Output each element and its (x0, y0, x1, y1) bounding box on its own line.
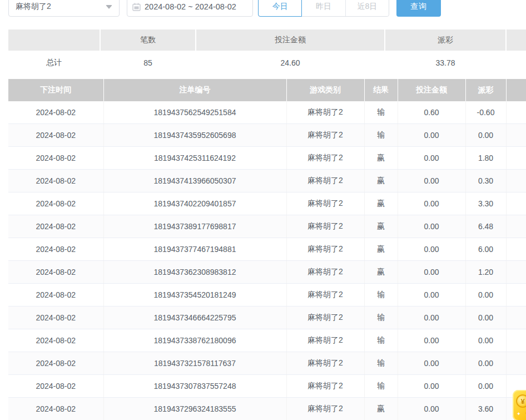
today-button[interactable]: 今日 (258, 0, 302, 17)
bet-amount-cell: 0.60 (398, 101, 465, 124)
order-id-cell: 1819437413966050307 (103, 170, 286, 192)
order-id-cell: 1819437346664225795 (103, 307, 286, 329)
table-row: 2024-08-02 1819437338762180096 麻将胡了2 输 0… (8, 329, 526, 352)
cutoff-cell (506, 261, 526, 284)
result-cell: 赢 (364, 238, 398, 261)
last-8-days-button[interactable]: 近8日 (346, 0, 389, 16)
summary-table: 笔数 投注金额 派彩 总计 85 24.60 33.78 (8, 29, 526, 72)
cutoff-cell (506, 192, 526, 215)
bet-amount-cell: 0.00 (398, 375, 465, 398)
order-id-cell: 1819437425311624192 (103, 147, 286, 170)
table-row: 2024-08-02 1819437346664225795 麻将胡了2 输 0… (8, 307, 526, 329)
summary-header-bet-amount: 投注金额 (196, 29, 385, 51)
bet-time-cell: 2024-08-02 (8, 398, 103, 420)
yesterday-button[interactable]: 昨日 (302, 0, 345, 16)
bet-table-body: 2024-08-02 1819437562549251584 麻将胡了2 输 0… (8, 101, 526, 420)
promo-reward-widget[interactable]: ¥ ✦ (513, 390, 526, 420)
cutoff-cell (506, 352, 526, 375)
bet-time-cell: 2024-08-02 (8, 147, 103, 170)
bet-amount-cell: 0.00 (398, 307, 465, 329)
result-cell: 输 (364, 307, 398, 329)
game-type-cell: 麻将胡了2 (286, 329, 364, 352)
cutoff-cell (506, 284, 526, 307)
bet-time-cell: 2024-08-02 (8, 170, 103, 192)
order-id-cell: 1819437321578117637 (103, 352, 286, 375)
header-bet-time: 下注时间 (8, 79, 103, 101)
bet-amount-cell: 0.00 (398, 238, 465, 261)
cutoff-cell (506, 170, 526, 192)
bet-records-table-wrap: 下注时间 注单编号 游戏类别 结果 投注金额 派彩 2024-08-02 181… (8, 79, 526, 420)
game-type-cell: 麻将胡了2 (286, 215, 364, 238)
bet-time-cell: 2024-08-02 (8, 238, 103, 261)
table-row: 2024-08-02 1819437402209401857 麻将胡了2 赢 0… (8, 192, 526, 215)
game-select-value: 麻将胡了2 (16, 2, 106, 12)
bet-amount-cell: 0.00 (398, 215, 465, 238)
bet-time-cell: 2024-08-02 (8, 215, 103, 238)
table-row: 2024-08-02 1819437354520181249 麻将胡了2 输 0… (8, 284, 526, 307)
bet-time-cell: 2024-08-02 (8, 192, 103, 215)
summary-payout-value: 33.78 (385, 51, 506, 72)
payout-cell: 1.20 (465, 261, 506, 284)
game-type-cell: 麻将胡了2 (286, 124, 364, 147)
gold-coin-icon: ¥ (516, 394, 526, 408)
bet-amount-cell: 0.00 (398, 147, 465, 170)
game-type-cell: 麻将胡了2 (286, 375, 364, 398)
payout-cell: 0.00 (465, 329, 506, 352)
order-id-cell: 1819437307837557248 (103, 375, 286, 398)
table-row: 2024-08-02 1819437389177698817 麻将胡了2 赢 0… (8, 215, 526, 238)
game-type-cell: 麻将胡了2 (286, 352, 364, 375)
cutoff-cell (506, 147, 526, 170)
bet-time-cell: 2024-08-02 (8, 124, 103, 147)
payout-cell: 3.60 (465, 398, 506, 420)
bet-time-cell: 2024-08-02 (8, 375, 103, 398)
result-cell: 赢 (364, 398, 398, 420)
result-cell: 赢 (364, 192, 398, 215)
summary-header-payout: 派彩 (385, 29, 506, 51)
game-type-cell: 麻将胡了2 (286, 101, 364, 124)
order-id-cell: 1819437354520181249 (103, 284, 286, 307)
result-cell: 赢 (364, 215, 398, 238)
payout-cell: 1.80 (465, 147, 506, 170)
summary-count-value: 85 (100, 51, 196, 72)
bet-time-cell: 2024-08-02 (8, 284, 103, 307)
payout-cell: 0.00 (465, 307, 506, 329)
query-button[interactable]: 查询 (396, 0, 441, 17)
order-id-cell: 1819437377467194881 (103, 238, 286, 261)
game-type-cell: 麻将胡了2 (286, 261, 364, 284)
summary-header-cutoff (506, 29, 526, 51)
result-cell: 赢 (364, 170, 398, 192)
game-select[interactable]: 麻将胡了2 (8, 0, 120, 17)
table-row: 2024-08-02 1819437296324183555 麻将胡了2 赢 0… (8, 398, 526, 420)
bet-amount-cell: 0.00 (398, 284, 465, 307)
table-row: 2024-08-02 1819437362308983812 麻将胡了2 赢 0… (8, 261, 526, 284)
bet-amount-cell: 0.00 (398, 170, 465, 192)
bet-amount-cell: 0.00 (398, 192, 465, 215)
summary-header-row: 笔数 投注金额 派彩 (8, 29, 526, 51)
date-range-input[interactable]: 2024-08-02 ~ 2024-08-02 (127, 0, 253, 17)
table-row: 2024-08-02 1819437562549251584 麻将胡了2 输 0… (8, 101, 526, 124)
order-id-cell: 1819437562549251584 (103, 101, 286, 124)
bet-time-cell: 2024-08-02 (8, 101, 103, 124)
result-cell: 赢 (364, 147, 398, 170)
bet-amount-cell: 0.00 (398, 329, 465, 352)
header-payout: 派彩 (465, 79, 506, 101)
cutoff-cell (506, 329, 526, 352)
cutoff-cell (506, 215, 526, 238)
bet-time-cell: 2024-08-02 (8, 307, 103, 329)
header-result: 结果 (364, 79, 398, 101)
order-id-cell: 1819437338762180096 (103, 329, 286, 352)
bet-amount-cell: 0.00 (398, 261, 465, 284)
order-id-cell: 1819437435952605698 (103, 124, 286, 147)
table-row: 2024-08-02 1819437425311624192 麻将胡了2 赢 0… (8, 147, 526, 170)
payout-cell: -0.60 (465, 101, 506, 124)
bet-time-cell: 2024-08-02 (8, 329, 103, 352)
order-id-cell: 1819437402209401857 (103, 192, 286, 215)
game-type-cell: 麻将胡了2 (286, 284, 364, 307)
summary-total-label: 总计 (8, 51, 100, 72)
game-type-cell: 麻将胡了2 (286, 192, 364, 215)
payout-cell: 0.30 (465, 170, 506, 192)
table-header-row: 下注时间 注单编号 游戏类别 结果 投注金额 派彩 (8, 79, 526, 101)
header-game-type: 游戏类别 (286, 79, 364, 101)
cutoff-cell (506, 101, 526, 124)
result-cell: 输 (364, 352, 398, 375)
